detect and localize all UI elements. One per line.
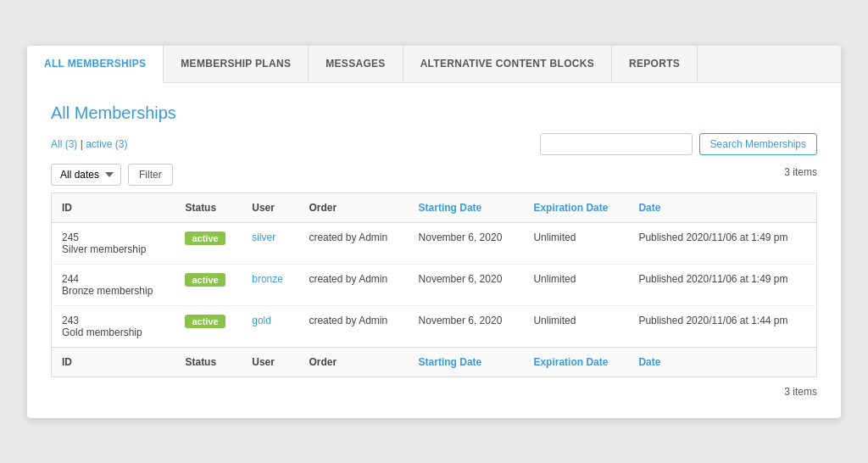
filter-active-link[interactable]: active (3) [86, 138, 127, 150]
cell-status-0: active [175, 222, 242, 264]
tab-messages[interactable]: MESSAGES [309, 46, 403, 82]
cell-date-1: Published 2020/11/06 at 1:49 pm [628, 264, 816, 305]
footer-col-id: ID [52, 347, 175, 377]
date-filter-controls: All dates Filter [51, 164, 173, 186]
memberships-table: ID Status User Order Starting Date Expir… [51, 192, 817, 377]
table-footer-row: ID Status User Order Starting Date Expir… [52, 347, 817, 377]
footer-col-status: Status [175, 347, 242, 377]
date-filter-select[interactable]: All dates [51, 164, 121, 186]
membership-label-0: Silver membership [62, 243, 146, 255]
col-header-expiration-date[interactable]: Expiration Date [523, 192, 628, 222]
cell-user-0: silver [242, 222, 298, 264]
cell-expiration-date-0: Unlimited [523, 222, 628, 264]
filter-all-link[interactable]: All (3) [51, 138, 77, 150]
cell-id-2: 243 Gold membership [52, 305, 175, 347]
table-row: 245 Silver membership active silver crea… [52, 222, 817, 264]
cell-starting-date-1: November 6, 2020 [409, 264, 524, 305]
table-row: 243 Gold membership active gold created … [52, 305, 817, 347]
footer-col-order: Order [298, 347, 408, 377]
tab-membership-plans[interactable]: MEMBERSHIP PLANS [164, 46, 309, 82]
tab-bar: ALL MEMBERSHIPS MEMBERSHIP PLANS MESSAGE… [27, 46, 841, 83]
cell-starting-date-0: November 6, 2020 [409, 222, 524, 264]
col-header-date[interactable]: Date [628, 192, 816, 222]
membership-label-2: Gold membership [62, 326, 142, 338]
search-row: All (3) | active (3) Search Memberships [51, 133, 817, 155]
col-header-starting-date[interactable]: Starting Date [409, 192, 524, 222]
col-header-id: ID [52, 192, 175, 222]
page-title: All Memberships [51, 103, 817, 123]
cell-user-1: bronze [242, 264, 298, 305]
membership-label-1: Bronze membership [62, 285, 153, 297]
membership-id-2: 243 [62, 315, 79, 326]
cell-starting-date-2: November 6, 2020 [409, 305, 524, 347]
user-link-2[interactable]: gold [252, 315, 271, 326]
search-memberships-button[interactable]: Search Memberships [699, 133, 817, 155]
filter-links: All (3) | active (3) [51, 138, 128, 150]
footer-col-expiration-date[interactable]: Expiration Date [523, 347, 628, 377]
search-right: Search Memberships [540, 133, 817, 155]
cell-expiration-date-1: Unlimited [523, 264, 628, 305]
cell-id-1: 244 Bronze membership [52, 264, 175, 305]
cell-order-2: created by Admin [298, 305, 408, 347]
membership-id-1: 244 [62, 273, 79, 285]
cell-date-2: Published 2020/11/06 at 1:44 pm [628, 305, 816, 347]
table-header-row: ID Status User Order Starting Date Expir… [52, 192, 817, 222]
status-badge-0: active [185, 232, 225, 245]
filter-button[interactable]: Filter [128, 164, 173, 186]
footer-col-starting-date[interactable]: Starting Date [409, 347, 524, 377]
membership-id-0: 245 [62, 232, 79, 243]
status-badge-2: active [185, 315, 225, 328]
main-card: ALL MEMBERSHIPS MEMBERSHIP PLANS MESSAGE… [27, 46, 841, 418]
tab-all-memberships[interactable]: ALL MEMBERSHIPS [27, 46, 164, 83]
cell-order-0: created by Admin [298, 222, 408, 264]
cell-order-1: created by Admin [298, 264, 408, 305]
col-header-status: Status [175, 192, 242, 222]
date-filter-row: All dates Filter 3 items [51, 164, 817, 186]
page-content: All Memberships All (3) | active (3) Sea… [27, 83, 841, 418]
cell-date-0: Published 2020/11/06 at 1:49 pm [628, 222, 816, 264]
user-link-1[interactable]: bronze [252, 273, 283, 285]
cell-status-2: active [175, 305, 242, 347]
col-header-user: User [242, 192, 298, 222]
table-row: 244 Bronze membership active bronze crea… [52, 264, 817, 305]
cell-status-1: active [175, 264, 242, 305]
footer-col-date[interactable]: Date [628, 347, 816, 377]
search-input[interactable] [540, 133, 693, 155]
items-count-bottom: 3 items [51, 386, 817, 398]
col-header-order: Order [298, 192, 408, 222]
cell-id-0: 245 Silver membership [52, 222, 175, 264]
footer-col-user: User [242, 347, 298, 377]
items-count-top: 3 items [784, 166, 817, 178]
tab-alternative-content-blocks[interactable]: ALTERNATIVE CONTENT BLOCKS [403, 46, 612, 82]
tab-reports[interactable]: REPORTS [612, 46, 698, 82]
status-badge-1: active [185, 273, 225, 287]
user-link-0[interactable]: silver [252, 232, 275, 243]
cell-expiration-date-2: Unlimited [523, 305, 628, 347]
cell-user-2: gold [242, 305, 298, 347]
